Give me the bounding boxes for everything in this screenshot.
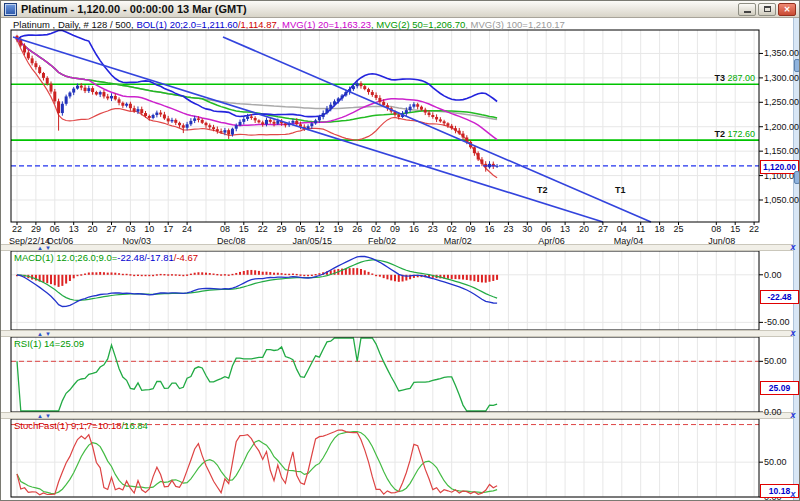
candle-body — [329, 105, 332, 109]
candle-body — [227, 130, 230, 134]
macd-histogram-bar — [451, 275, 453, 279]
minimize-button[interactable] — [738, 3, 756, 16]
candle-body — [409, 107, 412, 110]
candle-body — [458, 131, 461, 134]
macd-histogram-bar — [235, 273, 237, 275]
candle-body — [42, 73, 45, 78]
macd-histogram-bar — [394, 275, 396, 281]
macd-histogram-bar — [228, 274, 230, 275]
macd-histogram-bar — [303, 275, 305, 276]
titlebar: Platinum - 1,120.00 - 00:00:00 13 Mar (G… — [1, 1, 799, 18]
macd-histogram-bar — [99, 272, 101, 275]
stoch-pane-close-icon[interactable]: x — [787, 410, 799, 420]
candle-body — [428, 113, 431, 115]
macd-histogram-bar — [473, 275, 475, 281]
candle-body — [367, 89, 370, 92]
rsi-pane-close-icon[interactable]: x — [787, 328, 799, 338]
candle-body — [99, 92, 102, 94]
candle-body — [443, 121, 446, 123]
candle-body — [208, 125, 211, 127]
candle-body — [155, 113, 158, 115]
macd-histogram-bar — [250, 270, 252, 275]
restore-button[interactable] — [758, 3, 776, 16]
candle-body — [371, 92, 374, 95]
macd-histogram-bar — [496, 275, 498, 280]
candle-body — [212, 127, 215, 129]
macd-value-box: -22.48 — [760, 290, 799, 304]
macd-histogram-bar — [485, 275, 487, 283]
candle-body — [488, 164, 491, 167]
macd-histogram-bar — [76, 275, 78, 276]
macd-histogram-bar — [273, 273, 275, 275]
macd-histogram-bar — [194, 273, 196, 275]
macd-histogram-bar — [489, 275, 491, 282]
candle-body — [140, 109, 143, 113]
macd-histogram-bar — [65, 275, 67, 284]
candle-body — [223, 130, 226, 132]
macd-histogram-bar — [133, 275, 135, 276]
macd-histogram-bar — [179, 275, 181, 276]
right-scroll-strip[interactable] — [793, 18, 800, 501]
macd-histogram-bar — [371, 273, 373, 274]
macd-histogram-bar — [88, 273, 90, 275]
rsi-legend: RSI(1) 14=25.09 — [14, 338, 84, 349]
candle-body — [246, 116, 249, 118]
candle-body — [27, 52, 30, 58]
close-button[interactable]: ✕ — [778, 3, 796, 16]
macd-histogram-bar — [296, 274, 298, 275]
pane-resize-arrows-icon[interactable]: ▲▼ — [37, 245, 53, 251]
macd-histogram-bar — [462, 275, 464, 280]
candle-body — [291, 121, 294, 123]
candle-body — [322, 113, 325, 117]
macd-histogram-bar — [220, 274, 222, 275]
pane-scroll-handle[interactable] — [794, 171, 800, 184]
rsi-plot-bg — [11, 337, 759, 412]
candle-body — [424, 110, 427, 113]
candle-body — [378, 98, 381, 102]
macd-histogram-bar — [103, 272, 105, 275]
bottom-pane-close-icon[interactable]: x — [787, 489, 799, 499]
panel-separator[interactable]: ▲▼ — [1, 244, 793, 251]
macd-histogram-bar — [141, 275, 143, 276]
pane-scroll-handle[interactable] — [794, 59, 800, 72]
chart-window: Platinum - 1,120.00 - 00:00:00 13 Mar (G… — [0, 0, 800, 501]
candle-body — [148, 116, 151, 118]
macd-pane-close-icon[interactable]: x — [787, 242, 799, 252]
app-icon[interactable] — [4, 3, 17, 16]
candle-body — [352, 86, 355, 89]
candle-body — [405, 110, 408, 113]
macd-histogram-bar — [182, 275, 184, 276]
macd-histogram-bar — [129, 274, 131, 275]
macd-histogram-bar — [61, 275, 63, 286]
macd-histogram-bar — [148, 275, 150, 276]
candle-body — [129, 104, 132, 108]
macd-histogram-bar — [375, 275, 377, 276]
legend-mvg100: , MVG(3) 100=1,210.17 — [465, 19, 565, 30]
panel-separator[interactable]: ▲▼ — [1, 330, 793, 337]
macd-histogram-bar — [470, 275, 472, 281]
candle-body — [242, 119, 245, 122]
candle-body — [186, 124, 189, 127]
candle-body — [235, 125, 238, 128]
macd-histogram-bar — [398, 275, 400, 282]
macd-histogram-bar — [454, 275, 456, 279]
macd-histogram-bar — [122, 274, 124, 275]
macd-histogram-bar — [481, 275, 483, 283]
legend-mvg20: , MVG(1) 20=1,163.23 — [277, 19, 371, 30]
macd-histogram-bar — [386, 275, 388, 280]
pane-resize-arrows-icon[interactable]: ▲▼ — [37, 331, 53, 337]
macd-histogram-bar — [107, 273, 109, 275]
candle-body — [174, 120, 177, 123]
candle-body — [76, 86, 79, 89]
macd-histogram-bar — [156, 274, 158, 275]
macd-histogram-bar — [209, 273, 211, 275]
pane-resize-arrows-icon[interactable]: ▲▼ — [37, 413, 53, 419]
macd-histogram-bar — [95, 272, 97, 274]
main-plot-bg — [11, 30, 759, 222]
macd-histogram-bar — [160, 274, 162, 275]
candle-body — [91, 88, 94, 92]
macd-histogram-bar — [379, 275, 381, 277]
macd-histogram-bar — [145, 275, 147, 276]
macd-histogram-bar — [311, 275, 313, 276]
panel-separator[interactable]: ▲▼ — [1, 412, 793, 419]
